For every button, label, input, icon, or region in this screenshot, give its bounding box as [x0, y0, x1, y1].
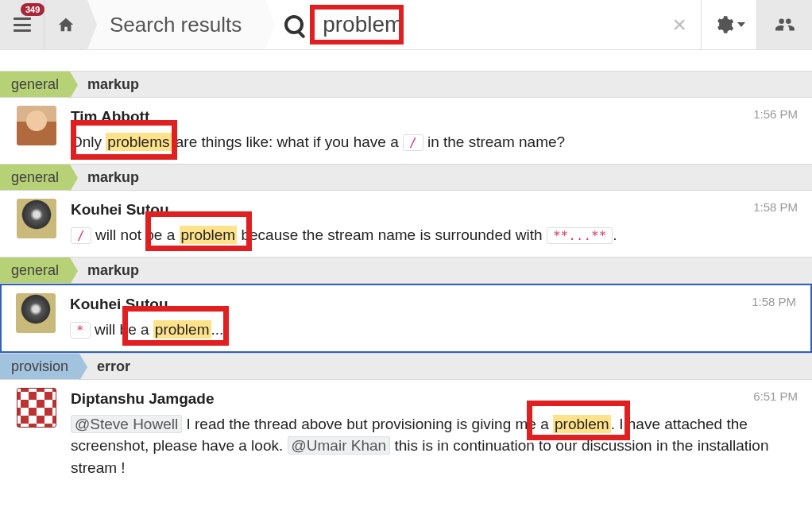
message-body: Tim AbbottOnly problems are things like:…	[71, 106, 798, 153]
breadcrumb-label: Search results	[110, 13, 242, 37]
search-highlight: problem	[553, 415, 611, 433]
message-row[interactable]: Tim AbbottOnly problems are things like:…	[0, 98, 812, 164]
topic-label[interactable]: markup	[87, 169, 139, 186]
message-time: 1:58 PM	[752, 295, 796, 308]
userlist-toggle-button[interactable]	[756, 0, 812, 49]
search-icon	[284, 15, 304, 34]
avatar[interactable]	[17, 106, 56, 145]
user-mention[interactable]: @Steve Howell	[71, 415, 182, 433]
avatar[interactable]	[17, 388, 56, 428]
clear-search-button[interactable]: ×	[672, 11, 686, 38]
search-highlight: problem	[153, 320, 211, 339]
inline-code: /	[71, 227, 91, 244]
search-highlight: problem	[180, 226, 238, 244]
message-time: 6:51 PM	[753, 389, 798, 403]
message-row[interactable]: Diptanshu Jamgade@Steve Howell I read th…	[0, 380, 812, 490]
message-content: / will not be a problem because the stre…	[71, 224, 798, 246]
sender-name[interactable]: Kouhei Sutou	[70, 293, 796, 316]
search-highlight: problems	[106, 133, 171, 151]
hamburger-icon	[14, 17, 31, 32]
message-body: Kouhei Sutou* will be a problem...	[70, 293, 796, 340]
message-body: Diptanshu Jamgade@Steve Howell I read th…	[71, 388, 798, 478]
message-body: Kouhei Sutou/ will not be a problem beca…	[71, 199, 798, 246]
message-content: * will be a problem...	[70, 319, 796, 341]
breadcrumb: Search results	[87, 0, 265, 49]
topic-label[interactable]: markup	[87, 76, 139, 93]
sender-name[interactable]: Kouhei Sutou	[71, 199, 798, 221]
stream-tag[interactable]: provision	[0, 354, 79, 379]
stream-tag[interactable]: general	[0, 165, 70, 190]
inline-code: /	[403, 134, 423, 151]
sender-name[interactable]: Tim Abbott	[71, 106, 798, 128]
user-mention[interactable]: @Umair Khan	[288, 436, 391, 455]
gear-icon	[713, 14, 734, 35]
settings-menu-button[interactable]	[701, 0, 756, 49]
avatar[interactable]	[16, 293, 56, 333]
recipient-bar[interactable]: generalmarkup	[0, 164, 812, 191]
recipient-bar[interactable]: generalmarkup	[0, 71, 812, 98]
topic-label[interactable]: markup	[87, 262, 139, 279]
avatar[interactable]	[17, 199, 56, 238]
message-time: 1:56 PM	[753, 107, 798, 121]
menu-button[interactable]: 349	[0, 0, 44, 49]
inline-code: *	[70, 322, 91, 339]
message-content: @Steve Howell I read the thread above bu…	[71, 413, 798, 479]
recipient-bar[interactable]: generalmarkup	[0, 257, 812, 284]
stream-tag[interactable]: general	[0, 72, 70, 97]
message-content: Only problems are things like: what if y…	[71, 131, 798, 153]
caret-down-icon	[737, 22, 745, 27]
search-input[interactable]	[318, 9, 604, 41]
message-row[interactable]: Kouhei Sutou/ will not be a problem beca…	[0, 191, 812, 257]
home-icon	[57, 16, 75, 33]
sender-name[interactable]: Diptanshu Jamgade	[71, 388, 798, 410]
topic-label[interactable]: error	[97, 358, 130, 375]
search-area: ×	[265, 0, 701, 49]
unread-badge: 349	[21, 3, 44, 16]
inline-code: **...**	[547, 227, 613, 244]
home-button[interactable]	[44, 0, 87, 49]
message-time: 1:58 PM	[753, 200, 798, 214]
people-icon	[775, 14, 795, 35]
recipient-bar[interactable]: provisionerror	[0, 353, 812, 380]
stream-tag[interactable]: general	[0, 257, 70, 283]
message-row[interactable]: Kouhei Sutou* will be a problem...1:58 P…	[0, 284, 812, 353]
